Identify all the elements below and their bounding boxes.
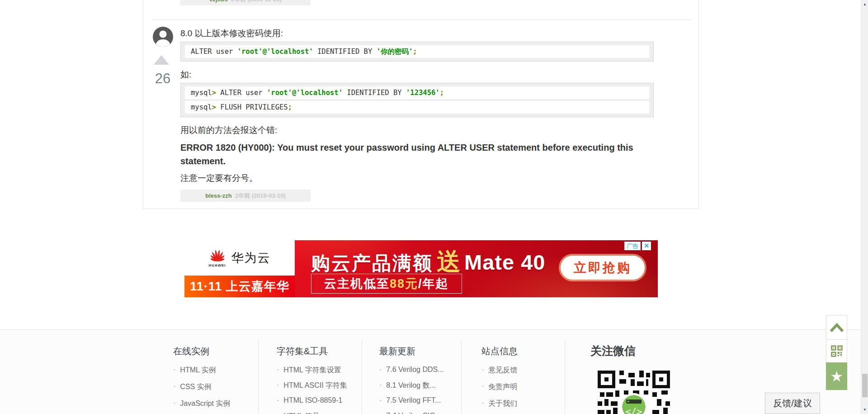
favorite-button[interactable]: ★ [826, 362, 847, 390]
footer-link[interactable]: HTML 符号 [277, 412, 347, 414]
back-to-top-button[interactable] [826, 315, 847, 340]
comment-error-text: ERROR 1820 (HY000): You must reset your … [180, 141, 654, 168]
star-icon: ★ [830, 369, 843, 384]
ad-cta-button[interactable]: 立即抢购 [561, 256, 645, 280]
footer-divider [362, 340, 362, 414]
footer-link[interactable]: 7.4 Verilog CIC [379, 412, 444, 414]
wechat-title: 关注微信 [590, 343, 681, 358]
footer-link[interactable]: JavaScript 实例 [173, 399, 230, 414]
prev-comment-date: 2年前 (2018-12-23) [231, 0, 282, 4]
footer-col-wechat: 关注微信 [590, 330, 681, 358]
ad-badge[interactable]: 广告 [624, 242, 641, 250]
person-icon [153, 27, 173, 47]
comment-date: 2年前 (2019-03-10) [235, 192, 286, 200]
qr-icon [831, 345, 843, 357]
footer-link[interactable]: 意见反馈 [481, 366, 518, 382]
upvote-icon[interactable] [154, 55, 169, 65]
svg-text:</>: </> [626, 406, 642, 414]
code-line: mysql> ALTER user 'root'@'localhost' IDE… [185, 86, 649, 99]
ad-left-panel: HUAWEI 华为云 11·11 上云嘉年华 [184, 240, 295, 297]
footer-col-title: 字符集&工具 [277, 345, 347, 357]
footer-link[interactable]: CSS 实例 [173, 382, 230, 399]
code-block-alter: ALTER user 'root'@'localhost' IDENTIFIED… [180, 42, 654, 62]
feedback-button[interactable]: 反馈/建议 [765, 393, 820, 414]
prev-comment-meta-bar: ezjobs 2年前 (2018-12-23) [180, 0, 311, 5]
footer-col-title: 站点信息 [481, 345, 518, 357]
floating-toolbar: ★ [826, 315, 847, 390]
footer-col-siteinfo: 站点信息 意见反馈 免责声明 关于我们 [481, 330, 518, 414]
page: ezjobs 2年前 (2018-12-23) 26 8.0 以上版本修改密码使… [0, 0, 868, 414]
ad-sub-price: 88元 [390, 277, 418, 290]
ad-close-icon[interactable]: ✕ [642, 242, 651, 250]
footer-link[interactable]: 7.5 Verilog FFT... [379, 396, 444, 412]
qr-button[interactable] [826, 339, 847, 363]
chevron-up-icon [829, 323, 844, 333]
wechat-qr-code: </> [598, 371, 670, 414]
code-line: ALTER user 'root'@'localhost' IDENTIFIED… [185, 45, 649, 58]
footer-link[interactable]: HTML 字符集设置 [277, 366, 347, 381]
footer-link[interactable]: HTML ISO-8859-1 [277, 396, 347, 412]
comment-list: ezjobs 2年前 (2018-12-23) 26 8.0 以上版本修改密码使… [143, 0, 699, 209]
comment-divider [153, 19, 691, 20]
ad-subline: 云主机低至88元/年起 [311, 274, 462, 294]
ad-banner[interactable]: HUAWEI 华为云 11·11 上云嘉年华 购云产品满额 送 Mate 40 … [184, 240, 658, 297]
ad-headline-cn: 购云产品满额 [311, 251, 433, 276]
site-footer: 在线实例 HTML 实例 CSS 实例 JavaScript 实例 字符集&工具… [0, 329, 868, 414]
code-line: mysql> FLUSH PRIVILEGES; [185, 101, 649, 114]
footer-col-examples: 在线实例 HTML 实例 CSS 实例 JavaScript 实例 [173, 330, 230, 414]
footer-link[interactable]: HTML 实例 [173, 366, 230, 382]
comment-author[interactable]: bless-zzh [205, 192, 232, 199]
vote-count: 26 [148, 71, 177, 87]
footer-link[interactable]: 关于我们 [481, 399, 518, 414]
footer-link[interactable]: 8.1 Verilog 数... [379, 381, 444, 396]
ad-sub-prefix: 云主机低至 [324, 277, 390, 290]
footer-col-title: 最新更新 [379, 345, 444, 357]
footer-divider [461, 340, 462, 414]
ad-right-panel: 购云产品满额 送 Mate 40 云主机低至88元/年起 立即抢购 广告 ✕ [295, 240, 658, 297]
scrollbar-up-icon[interactable]: ▲ [861, 2, 868, 6]
avatar [153, 27, 173, 47]
footer-col-title: 在线实例 [173, 345, 230, 357]
footer-link[interactable]: 免责声明 [481, 382, 518, 399]
scrollbar[interactable]: ▲ ▼ [861, 0, 868, 414]
comment-note: 注意一定要有分号。 [180, 172, 654, 184]
ad-tagline: 11·11 上云嘉年华 [184, 276, 295, 297]
comment-body: 8.0 以上版本修改密码使用: ALTER user 'root'@'local… [180, 25, 654, 202]
comment-intro: 8.0 以上版本修改密码使用: [180, 28, 654, 39]
footer-col-updates: 最新更新 7.6 Verilog DDS... 8.1 Verilog 数...… [379, 330, 444, 414]
ad-brand-area: HUAWEI 华为云 [184, 240, 295, 276]
footer-link[interactable]: HTML ASCII 字符集 [277, 381, 347, 396]
footer-divider [258, 340, 259, 414]
prev-comment-author[interactable]: ezjobs [209, 0, 227, 3]
ad-sub-suffix: /年起 [418, 277, 449, 290]
huawei-logo-icon: HUAWEI [209, 248, 226, 267]
footer-divider [565, 340, 565, 414]
ad-headline-product: Mate 40 [464, 250, 545, 275]
comment-like-label: 如: [180, 69, 654, 81]
footer-col-charsets: 字符集&工具 HTML 字符集设置 HTML ASCII 字符集 HTML IS… [277, 330, 347, 414]
comment-meta-bar: bless-zzh 2年前 (2019-03-10) [180, 190, 311, 202]
ad-brand-name: 华为云 [231, 250, 271, 266]
huawei-wordmark: HUAWEI [209, 263, 226, 267]
scrollbar-down-icon[interactable]: ▼ [861, 408, 868, 412]
code-block-example: mysql> ALTER user 'root'@'localhost' IDE… [180, 83, 654, 117]
scrollbar-thumb[interactable] [862, 374, 868, 397]
comment-pre-error: 用以前的方法会报这个错: [180, 124, 654, 136]
footer-link[interactable]: 7.6 Verilog DDS... [379, 366, 444, 381]
